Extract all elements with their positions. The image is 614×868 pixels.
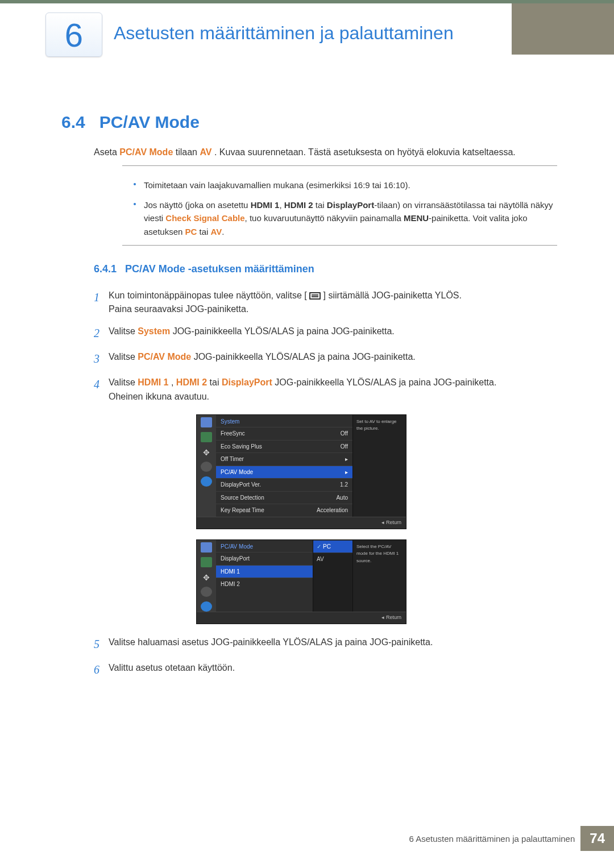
intro-text: Aseta — [94, 147, 119, 157]
osd-row[interactable]: FreeSyncOff — [216, 427, 352, 440]
step-1: 1 Kun toimintonäppäinopas tulee näyttöön… — [94, 289, 557, 317]
picture-icon — [201, 542, 212, 553]
intro-paragraph: Aseta PC/AV Mode tilaan AV . Kuvaa suure… — [94, 146, 557, 160]
gear-icon — [201, 462, 212, 472]
step-5: 5 Valitse haluamasi asetus JOG-painikkee… — [94, 636, 557, 653]
osd-title: PC/AV Mode — [216, 540, 313, 553]
gear-icon — [201, 587, 212, 597]
subsection-number: 6.4.1 — [94, 263, 117, 275]
osd-row[interactable]: DisplayPort — [216, 552, 313, 565]
osd-submenu: ✓PCAV — [313, 540, 352, 612]
step-text: ] siirtämällä JOG-painiketta YLÖS. — [323, 290, 462, 300]
eco-icon — [201, 557, 212, 567]
step-3: 3 Valitse PC/AV Mode JOG-painikkeella YL… — [94, 350, 557, 368]
term-av: AV — [200, 147, 211, 157]
osd-help-text: Set to AV to enlarge the picture. — [352, 415, 406, 517]
osd-row[interactable]: PC/AV Mode▸ — [216, 466, 352, 479]
note-item: Toimitetaan vain laajakuvamallien mukana… — [134, 178, 557, 192]
intro-text: . Kuvaa suurennetaan. Tästä asetuksesta … — [214, 147, 516, 157]
note-item: Jos näyttö (joka on asetettu HDMI 1, HDM… — [134, 198, 557, 238]
osd-row[interactable]: DisplayPort Ver.1.2 — [216, 478, 352, 491]
step-number: 5 — [94, 636, 109, 653]
page-number: 74 — [580, 826, 614, 851]
osd-pcav-panel: ✥ PC/AV Mode DisplayPortHDMI 1HDMI 2 ✓PC… — [196, 539, 406, 624]
move-icon: ✥ — [201, 447, 212, 457]
osd-sub-option[interactable]: AV — [313, 553, 352, 566]
step-2: 2 Valitse System JOG-painikkeella YLÖS/A… — [94, 325, 557, 342]
info-icon — [201, 476, 212, 487]
osd-row[interactable]: HDMI 1 — [216, 565, 313, 578]
term-hdmi1: HDMI 1 — [138, 377, 168, 387]
step-number: 3 — [94, 350, 109, 368]
intro-text: tilaan — [176, 147, 200, 157]
step-text: JOG-painikkeella YLÖS/ALAS ja paina JOG-… — [173, 326, 395, 336]
footer-chapter-text: 6 Asetusten määrittäminen ja palauttamin… — [409, 834, 575, 844]
step-text: JOG-painikkeella YLÖS/ALAS ja paina JOG-… — [275, 377, 496, 387]
chapter-title: Asetusten määrittäminen ja palauttaminen — [114, 23, 454, 44]
osd-title: System — [216, 415, 352, 427]
osd-return: Return — [197, 517, 406, 529]
osd-sub-option[interactable]: ✓PC — [313, 540, 352, 553]
osd-row[interactable]: Off Timer▸ — [216, 452, 352, 466]
step-text: , — [171, 377, 176, 387]
eco-icon — [201, 432, 212, 442]
section-number: 6.4 — [61, 113, 85, 131]
page-footer: 6 Asetusten määrittäminen ja palauttamin… — [409, 826, 614, 851]
step-text: Oheinen ikkuna avautuu. — [109, 392, 209, 401]
note-rule-top — [122, 165, 557, 166]
section-title: PC/AV Mode — [99, 113, 200, 131]
step-6: 6 Valittu asetus otetaan käyttöön. — [94, 661, 557, 679]
osd-row[interactable]: Source DetectionAuto — [216, 491, 352, 504]
chapter-number-badge: 6 — [45, 13, 102, 57]
subsection-title: PC/AV Mode -asetuksen määrittäminen — [125, 263, 314, 275]
move-icon: ✥ — [201, 572, 212, 582]
term-displayport: DisplayPort — [222, 377, 272, 387]
step-text: Valitse — [109, 377, 138, 387]
step-number: 2 — [94, 325, 109, 342]
step-text: Valitse haluamasi asetus JOG-painikkeell… — [109, 636, 557, 653]
info-icon — [201, 601, 212, 612]
osd-sidebar: ✥ — [197, 415, 216, 517]
step-text: Paina seuraavaksi JOG-painiketta. — [109, 304, 248, 314]
osd-system-panel: ✥ System FreeSyncOffEco Saving PlusOffOf… — [196, 414, 406, 529]
osd-sidebar: ✥ — [197, 540, 216, 612]
step-text: Kun toimintonäppäinopas tulee näyttöön, … — [109, 290, 307, 300]
osd-row[interactable]: Eco Saving PlusOff — [216, 440, 352, 453]
note-rule-bottom — [122, 245, 557, 246]
picture-icon — [201, 417, 212, 427]
term-system: System — [138, 326, 170, 336]
term-pcavmode: PC/AV Mode — [119, 147, 173, 157]
corner-block — [512, 3, 614, 55]
step-text: tai — [210, 377, 222, 387]
section-heading: 6.4 PC/AV Mode — [61, 113, 200, 132]
osd-row[interactable]: HDMI 2 — [216, 578, 313, 591]
term-pcavmode: PC/AV Mode — [138, 352, 191, 362]
step-number: 4 — [94, 376, 109, 404]
step-number: 6 — [94, 661, 109, 679]
note-list: Toimitetaan vain laajakuvamallien mukana… — [134, 178, 557, 238]
osd-help-text: Select the PC/AV mode for the HDMI 1 sou… — [352, 540, 406, 612]
step-4: 4 Valitse HDMI 1 , HDMI 2 tai DisplayPor… — [94, 376, 557, 404]
menu-icon — [309, 292, 321, 300]
subsection-heading: 6.4.1 PC/AV Mode -asetuksen määrittämine… — [94, 261, 557, 277]
term-hdmi2: HDMI 2 — [176, 377, 207, 387]
step-text: Valitse — [109, 352, 138, 362]
step-text: Valittu asetus otetaan käyttöön. — [109, 661, 557, 679]
step-number: 1 — [94, 289, 109, 317]
osd-row[interactable]: Key Repeat TimeAcceleration — [216, 504, 352, 517]
osd-return: Return — [197, 612, 406, 624]
step-text: Valitse — [109, 326, 138, 336]
step-text: JOG-painikkeella YLÖS/ALAS ja paina JOG-… — [194, 352, 416, 362]
